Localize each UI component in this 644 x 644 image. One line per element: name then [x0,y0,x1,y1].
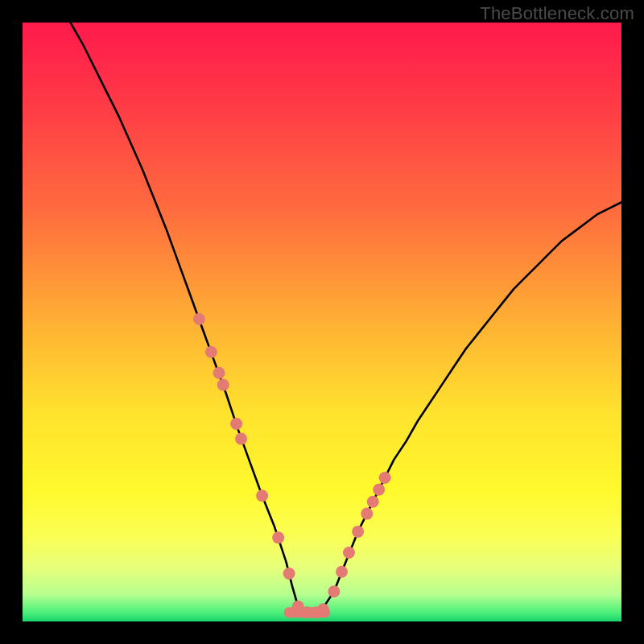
data-point-marker [230,418,242,430]
data-point-marker [235,433,247,445]
chart-frame: TheBottleneck.com [0,0,644,644]
data-point-marker [193,313,205,325]
data-point-marker [217,379,229,391]
data-point-marker [352,526,364,538]
watermark-label: TheBottleneck.com [480,3,634,24]
chart-svg [23,23,621,621]
data-point-marker [361,508,373,520]
data-point-marker [317,604,329,616]
data-point-marker [205,346,217,358]
data-point-marker [213,367,225,379]
data-point-marker [367,496,379,508]
data-point-marker [272,531,284,543]
data-point-marker [373,484,385,496]
data-point-marker [328,585,340,597]
data-point-marker [283,568,295,580]
chart-area [23,23,621,621]
data-point-marker [379,472,391,484]
gradient-background [23,23,621,621]
data-point-marker [256,489,268,502]
data-point-marker [343,547,355,559]
data-point-marker [336,566,348,578]
